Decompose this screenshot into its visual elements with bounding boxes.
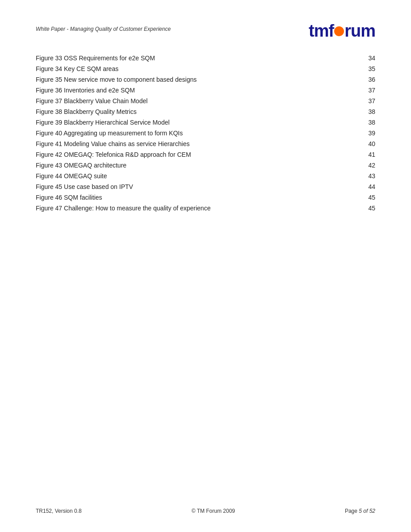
toc-entry-label: Figure 46 SQM facilities — [36, 192, 341, 203]
toc-entry-label: Figure 44 OMEGAQ suite — [36, 171, 341, 181]
toc-row: Figure 33 OSS Requirements for e2e SQM34 — [36, 53, 375, 63]
toc-row: Figure 38 Blackberry Quality Metrics38 — [36, 106, 375, 117]
toc-row: Figure 47 Challenge: How to measure the … — [36, 203, 375, 214]
toc-row: Figure 41 Modeling Value chains as servi… — [36, 138, 375, 149]
toc-entry-label: Figure 40 Aggregating up measurement to … — [36, 128, 341, 138]
logo-f: f — [329, 21, 334, 40]
toc-entry-page: 37 — [341, 85, 375, 96]
toc-entry-label: Figure 45 Use case based on IPTV — [36, 181, 341, 192]
toc-entry-page: 45 — [341, 192, 375, 203]
footer-version: TR152, Version 0.8 — [36, 508, 82, 514]
toc-entry-label: Figure 41 Modeling Value chains as servi… — [36, 138, 341, 149]
toc-entry-page: 38 — [341, 117, 375, 128]
toc-row: Figure 46 SQM facilities45 — [36, 192, 375, 203]
logo-text: tmfrum — [309, 22, 375, 39]
toc-row: Figure 36 Inventories and e2e SQM37 — [36, 85, 375, 96]
toc-entry-label: Figure 37 Blackberry Value Chain Model — [36, 96, 341, 106]
toc-entry-label: Figure 39 Blackberry Hierarchical Servic… — [36, 117, 341, 128]
page-header: White Paper - Managing Quality of Custom… — [36, 22, 375, 39]
toc-row: Figure 43 OMEGAQ architecture42 — [36, 160, 375, 171]
toc-entry-page: 43 — [341, 171, 375, 181]
logo-circle-icon — [334, 26, 344, 36]
toc-entry-page: 38 — [341, 106, 375, 117]
document-title: White Paper - Managing Quality of Custom… — [36, 22, 171, 32]
toc-row: Figure 44 OMEGAQ suite43 — [36, 171, 375, 181]
toc-entry-page: 45 — [341, 203, 375, 214]
toc-row: Figure 37 Blackberry Value Chain Model37 — [36, 96, 375, 106]
toc-entry-label: Figure 38 Blackberry Quality Metrics — [36, 106, 341, 117]
toc-row: Figure 45 Use case based on IPTV44 — [36, 181, 375, 192]
page-footer: TR152, Version 0.8 © TM Forum 2009 Page … — [36, 508, 375, 514]
toc-entry-page: 44 — [341, 181, 375, 192]
toc-entry-page: 40 — [341, 138, 375, 149]
toc-row: Figure 35 New service move to component … — [36, 74, 375, 85]
toc-entry-page: 34 — [341, 53, 375, 63]
toc-entry-label: Figure 34 Key CE SQM areas — [36, 63, 341, 74]
toc-row: Figure 39 Blackberry Hierarchical Servic… — [36, 117, 375, 128]
logo-rum: rum — [344, 21, 375, 40]
toc-entry-label: Figure 35 New service move to component … — [36, 74, 341, 85]
toc-entry-label: Figure 42 OMEGAQ: Telefonica R&D approac… — [36, 149, 341, 160]
toc-row: Figure 42 OMEGAQ: Telefonica R&D approac… — [36, 149, 375, 160]
footer-copyright: © TM Forum 2009 — [192, 508, 235, 514]
toc-entry-label: Figure 43 OMEGAQ architecture — [36, 160, 341, 171]
toc-row: Figure 40 Aggregating up measurement to … — [36, 128, 375, 138]
footer-page-label: Page 5 of 52 — [345, 508, 375, 514]
toc-table: Figure 33 OSS Requirements for e2e SQM34… — [36, 53, 375, 214]
toc-entry-label: Figure 33 OSS Requirements for e2e SQM — [36, 53, 341, 63]
toc-entry-label: Figure 47 Challenge: How to measure the … — [36, 203, 341, 214]
toc-row: Figure 34 Key CE SQM areas35 — [36, 63, 375, 74]
logo-tm: tm — [309, 21, 328, 40]
page: White Paper - Managing Quality of Custom… — [0, 0, 411, 532]
toc-entry-page: 39 — [341, 128, 375, 138]
toc-entry-page: 36 — [341, 74, 375, 85]
footer-page: Page 5 of 52 — [345, 508, 375, 514]
toc-entry-page: 35 — [341, 63, 375, 74]
toc-entry-page: 42 — [341, 160, 375, 171]
logo: tmfrum — [309, 22, 375, 39]
toc-entry-page: 37 — [341, 96, 375, 106]
toc-entry-page: 41 — [341, 149, 375, 160]
toc-entry-label: Figure 36 Inventories and e2e SQM — [36, 85, 341, 96]
